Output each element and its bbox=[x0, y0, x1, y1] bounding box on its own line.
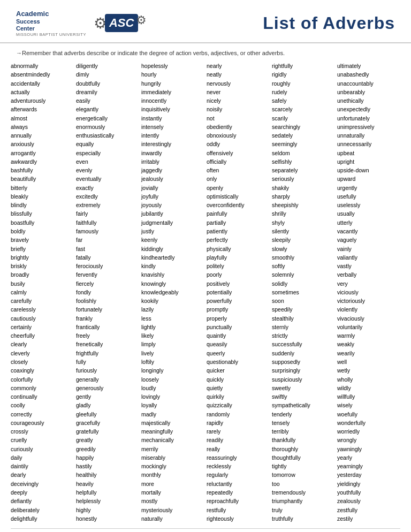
logo-line2: Success bbox=[16, 18, 86, 25]
list-item: defiantly bbox=[11, 497, 74, 505]
list-item: playfully bbox=[207, 253, 270, 262]
list-item: frankly bbox=[76, 314, 139, 323]
list-item: fully bbox=[76, 358, 139, 366]
list-item: colorfully bbox=[11, 375, 74, 384]
list-item: judgmentally bbox=[141, 218, 204, 227]
list-item: coaxingly bbox=[11, 366, 74, 375]
list-item: shyly bbox=[272, 218, 335, 227]
list-item: only bbox=[207, 174, 270, 183]
list-item: really bbox=[207, 445, 270, 453]
list-item: optimistically bbox=[207, 192, 270, 201]
list-item: triumphantly bbox=[272, 497, 335, 505]
list-item: greatly bbox=[76, 436, 139, 444]
list-item: gladly bbox=[76, 401, 139, 409]
list-item: loyally bbox=[141, 401, 204, 409]
list-item: never bbox=[207, 88, 270, 96]
list-item: fervently bbox=[76, 270, 139, 279]
list-item: kiddingly bbox=[141, 245, 204, 253]
list-item: majestically bbox=[141, 419, 204, 427]
word-column-3: nearlyneatlynervouslynevernicelynoisilyn… bbox=[207, 62, 270, 523]
list-item: vaguely bbox=[337, 235, 400, 244]
list-item: hastily bbox=[76, 462, 139, 470]
list-item: fatally bbox=[76, 253, 139, 262]
list-item: shrilly bbox=[272, 209, 335, 218]
list-item: speedily bbox=[272, 305, 335, 314]
list-item: physically bbox=[207, 245, 270, 253]
logo-asc-text: ASC bbox=[109, 16, 134, 30]
list-item: hungrily bbox=[141, 79, 204, 88]
list-item: kindly bbox=[141, 262, 204, 270]
logo-badge-container: ⚙ ASC ⚙ bbox=[94, 14, 147, 32]
list-item: dearly bbox=[11, 470, 74, 479]
word-columns-container: abnormallyabsentmindedlyaccidentallyactu… bbox=[0, 59, 411, 528]
list-item: joyfully bbox=[141, 192, 204, 201]
list-item: faithfully bbox=[76, 218, 139, 227]
list-item: carefully bbox=[11, 297, 74, 305]
list-item: loosely bbox=[141, 375, 204, 384]
list-item: cautiously bbox=[11, 314, 74, 323]
list-item: thankfully bbox=[272, 436, 335, 444]
list-item: unimpressively bbox=[337, 123, 400, 131]
list-item: rarely bbox=[207, 427, 270, 436]
list-item: irritably bbox=[141, 157, 204, 166]
logo-line3: Center bbox=[16, 25, 86, 32]
list-item: worriedly bbox=[337, 427, 400, 436]
logo-badge: ASC bbox=[105, 14, 138, 32]
list-item: carelessly bbox=[11, 305, 74, 314]
list-item: fondly bbox=[76, 288, 139, 297]
list-item: safely bbox=[272, 96, 335, 105]
list-item: madly bbox=[141, 410, 204, 419]
list-item: joyously bbox=[141, 201, 204, 209]
list-item: bravely bbox=[11, 235, 74, 244]
list-item: jaggedly bbox=[141, 166, 204, 174]
list-item: mostly bbox=[141, 497, 204, 505]
list-item: tremendously bbox=[272, 488, 335, 497]
list-item: extremely bbox=[76, 201, 139, 209]
list-item: even bbox=[76, 157, 139, 166]
list-item: unfortunately bbox=[337, 114, 400, 123]
list-item: heavily bbox=[76, 480, 139, 488]
list-item: adventurously bbox=[11, 96, 74, 105]
list-item: searchingly bbox=[272, 123, 335, 131]
list-item: highly bbox=[76, 506, 139, 514]
list-item: gently bbox=[76, 392, 139, 401]
list-item: deliberately bbox=[11, 506, 74, 514]
list-item: certainly bbox=[11, 323, 74, 331]
list-item: questionably bbox=[207, 358, 270, 366]
list-item: commonly bbox=[11, 384, 74, 392]
list-item: upward bbox=[337, 174, 400, 183]
list-item: warmly bbox=[337, 331, 400, 340]
list-item: offensively bbox=[207, 149, 270, 157]
list-item: wetly bbox=[337, 366, 400, 375]
list-item: inquisitively bbox=[141, 105, 204, 113]
list-item: kindheartedly bbox=[141, 253, 204, 262]
list-item: valiantly bbox=[337, 253, 400, 262]
list-item: nearly bbox=[207, 62, 270, 70]
list-item: tightly bbox=[272, 462, 335, 470]
list-item: lazily bbox=[141, 305, 204, 314]
list-item: monthly bbox=[141, 470, 204, 479]
list-item: scarcely bbox=[272, 105, 335, 113]
list-item: verbally bbox=[337, 270, 400, 279]
list-item: zestfully bbox=[337, 506, 400, 514]
list-item: actually bbox=[11, 88, 74, 96]
list-item: recklessly bbox=[207, 462, 270, 470]
list-item: rudely bbox=[272, 88, 335, 96]
list-item: yawningly bbox=[337, 445, 400, 453]
list-item: frantically bbox=[76, 323, 139, 331]
list-item: diligently bbox=[76, 62, 139, 70]
list-item: successfully bbox=[272, 340, 335, 348]
list-item: tenderly bbox=[272, 410, 335, 419]
list-item: knavishly bbox=[141, 270, 204, 279]
list-item: less bbox=[141, 314, 204, 323]
list-item: seriously bbox=[272, 174, 335, 183]
list-item: fairly bbox=[76, 209, 139, 218]
list-item: healthily bbox=[76, 470, 139, 479]
list-item: selfishly bbox=[272, 157, 335, 166]
list-item: zestily bbox=[337, 514, 400, 523]
list-item: often bbox=[207, 166, 270, 174]
list-item: unexpectedly bbox=[337, 105, 400, 113]
list-item: very bbox=[337, 279, 400, 288]
list-item: punctually bbox=[207, 323, 270, 331]
list-item: potentially bbox=[207, 288, 270, 297]
